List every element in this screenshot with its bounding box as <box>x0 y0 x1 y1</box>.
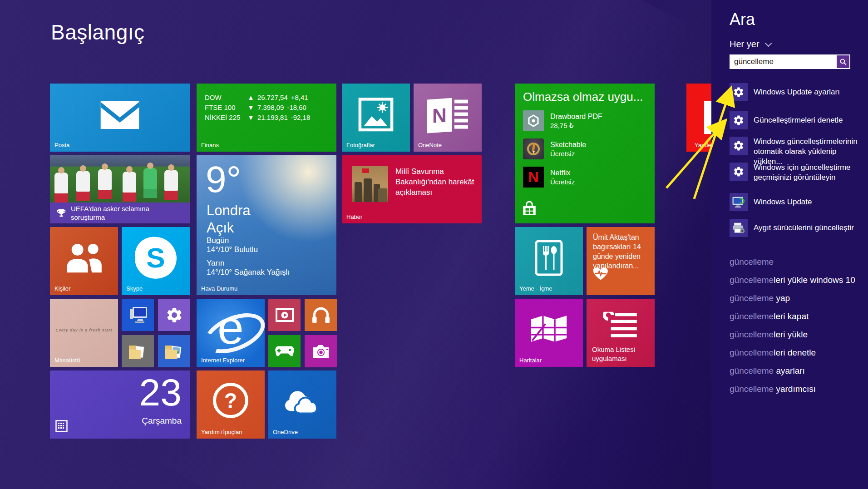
flag-in-photo <box>362 168 369 173</box>
tile-photos[interactable]: Fotoğraflar <box>342 84 410 152</box>
photo-frame-icon <box>358 97 394 133</box>
desktop-wallpaper-script: Every day is a fresh start <box>50 328 118 332</box>
today-forecast: 14°/10° Bulutlu <box>207 245 258 254</box>
search-suggestion[interactable]: güncelleme yardımcısı <box>730 384 816 394</box>
onenote-icon: N <box>427 99 468 133</box>
tile-label: Posta <box>54 142 69 148</box>
search-scope-dropdown[interactable]: Her yer <box>730 39 770 49</box>
game-controller-icon <box>274 345 295 358</box>
search-suggestion[interactable]: güncellemeleri yükle windows 10 <box>730 275 855 285</box>
start-screen-title: Başlangıç <box>51 20 145 44</box>
search-button[interactable] <box>837 55 849 68</box>
search-result-windows-update-settings[interactable]: Windows Update ayarları <box>730 83 862 101</box>
search-suggestion[interactable]: güncelleme yap <box>730 293 790 303</box>
tile-news[interactable]: Millî Savunma Bakanlığı'ndan harekât açı… <box>342 155 482 223</box>
gear-icon <box>730 163 748 181</box>
tile-label: Masaüstü <box>54 357 80 364</box>
weather-city: Londra <box>207 203 251 219</box>
tile-video[interactable] <box>268 299 301 331</box>
search-result-check-updates[interactable]: Güncelleştirmeleri denetle <box>730 111 862 129</box>
search-result-windows-update[interactable]: Windows Update <box>730 193 862 211</box>
mail-envelope-icon <box>100 101 139 131</box>
tile-store-essential-apps[interactable]: Olmazsa olmaz uygu... Drawboard PDF28,75… <box>515 84 655 223</box>
tile-label: OneNote <box>418 142 442 148</box>
tile-finance[interactable]: DOW ▲ 26.727,54+8,41 FTSE 100 ▼ 7.398,09… <box>197 84 336 152</box>
sports-headline: UEFA'dan asker selamına soruşturma <box>71 204 166 222</box>
store-bag-icon <box>521 201 538 219</box>
calendar-day-number: 23 <box>139 373 182 411</box>
tile-pictures-folder[interactable] <box>158 335 190 367</box>
gear-icon <box>730 83 748 101</box>
tile-health-article[interactable]: Ümit Aktaş'tan bağırsakları 14 günde yen… <box>587 227 655 295</box>
gear-icon <box>165 306 183 324</box>
news-photo-thumbnail <box>352 166 388 202</box>
tile-weather[interactable]: 9° Londra Açık Bugün 14°/10° Bulutlu Yar… <box>197 155 336 295</box>
search-suggestion[interactable]: güncellemeleri kapat <box>730 311 809 321</box>
tile-people[interactable]: Kişiler <box>50 227 118 295</box>
tile-internet-explorer[interactable]: e Internet Explorer <box>197 299 265 367</box>
video-icon <box>276 308 294 322</box>
tile-label: Yeme - İçme <box>519 285 552 292</box>
search-charm-panel: Ara Her yer Windows Update ayarları Günc… <box>711 0 868 489</box>
gear-icon <box>730 111 748 129</box>
tile-onedrive[interactable]: OneDrive <box>268 370 336 439</box>
drawboard-pdf-icon <box>523 110 544 131</box>
tile-label: Internet Explorer <box>201 357 245 364</box>
tile-documents-folder[interactable] <box>122 335 154 367</box>
search-suggestion[interactable]: güncelleme ayarları <box>730 366 805 376</box>
tile-mail[interactable]: Posta <box>50 84 190 152</box>
tile-sports-news[interactable]: UEFA'dan asker selamına soruşturma <box>50 155 190 223</box>
search-result-update-device-drivers[interactable]: Aygıt sürücülerini güncelleştir <box>730 219 862 237</box>
store-app-row: N NetflixÜcretsiz <box>523 167 655 188</box>
skype-logo-icon: S <box>135 237 177 279</box>
weather-condition: Açık <box>207 220 234 236</box>
headphones-icon <box>311 306 330 324</box>
tile-pc-settings[interactable] <box>158 299 190 331</box>
down-arrow-icon: ▼ <box>247 103 257 113</box>
tile-label: Hava Durumu <box>201 285 237 292</box>
tile-desktop[interactable]: Every day is a fresh start Masaüstü <box>50 299 118 367</box>
map-icon <box>530 315 568 347</box>
health-headline: Ümit Aktaş'tan bağırsakları 14 günde yen… <box>593 232 649 271</box>
tile-label: Fotoğraflar <box>346 142 375 148</box>
tile-yandex[interactable]: Yande <box>686 84 714 152</box>
tile-help-tips[interactable]: ? Yardım+İpuçları <box>197 370 265 439</box>
tile-skype[interactable]: S Skype <box>122 227 190 295</box>
tile-food-drink[interactable]: Yeme - İçme <box>515 227 583 295</box>
tile-label: Skype <box>126 285 143 292</box>
tile-music[interactable] <box>305 299 337 331</box>
windows-update-icon <box>730 193 748 211</box>
search-suggestion[interactable]: güncellemeleri denetle <box>730 348 816 358</box>
tile-label: Kişiler <box>54 285 70 292</box>
people-icon <box>63 242 105 276</box>
folder-documents-icon <box>128 343 148 360</box>
tile-label: Okuma Listesi uygulaması <box>592 345 646 363</box>
folder-pictures-icon <box>164 343 184 360</box>
search-suggestion[interactable]: güncelleme <box>730 257 774 267</box>
search-input[interactable] <box>730 54 837 69</box>
stock-quote-row: NİKKEİ 225 ▼ 21.193,81-92,18 <box>205 113 336 123</box>
tile-maps[interactable]: Haritalar <box>515 299 583 367</box>
question-mark-icon: ? <box>213 383 248 418</box>
tile-label: Haber <box>346 213 362 220</box>
tomorrow-forecast: 14°/10° Sağanak Yağışlı <box>207 268 290 277</box>
up-arrow-icon: ▲ <box>247 93 257 103</box>
down-arrow-icon: ▼ <box>247 113 257 123</box>
search-result-update-history[interactable]: Windows için güncelleştirme geçmişinizi … <box>730 163 862 183</box>
tile-onenote[interactable]: N OneNote <box>414 84 482 152</box>
camera-icon <box>311 344 330 359</box>
calendar-weekday: Çarşamba <box>142 416 182 426</box>
tile-calendar[interactable]: 23 Çarşamba <box>50 370 190 439</box>
chevron-down-icon <box>764 40 772 47</box>
tile-camera[interactable] <box>305 335 337 367</box>
reading-list-icon <box>603 312 638 342</box>
tomorrow-label: Yarın <box>207 259 224 268</box>
store-app-row: Drawboard PDF28,75 ₺ <box>523 110 655 131</box>
computer-icon <box>128 306 148 324</box>
tile-games[interactable] <box>268 335 301 367</box>
calendar-grid-icon <box>55 420 68 434</box>
tile-label: Yande <box>695 142 711 148</box>
tile-reading-list[interactable]: Okuma Listesi uygulaması <box>587 299 655 367</box>
tile-this-pc[interactable] <box>122 299 154 331</box>
search-suggestion[interactable]: güncellemeleri yükle <box>730 330 808 340</box>
